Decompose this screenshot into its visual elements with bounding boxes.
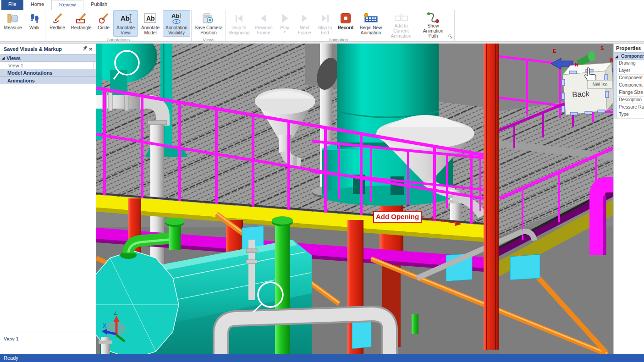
previous-frame-button[interactable]: Previous Frame	[252, 10, 275, 37]
cube-face-label: Back	[572, 89, 590, 99]
property-row[interactable]: Drawing	[614, 60, 644, 67]
model-annotations-label: Model Annotations	[7, 70, 53, 76]
skip-to-beginning-button[interactable]: Skip to Beginning	[227, 10, 252, 37]
animations-section-header[interactable]: Animations	[0, 77, 96, 84]
red-column-right	[484, 44, 499, 350]
property-row[interactable]: Description	[614, 97, 644, 104]
play-dropdown-arrow[interactable]: ▾	[284, 30, 286, 34]
play-label: Play	[280, 25, 289, 30]
view1-list-item[interactable]: View 1	[0, 62, 96, 69]
walk-button[interactable]: Walk	[25, 10, 44, 37]
save-camera-icon	[202, 11, 215, 25]
annotate-model-button[interactable]: Ab Annotate Model	[138, 10, 163, 37]
tab-home[interactable]: Home	[23, 0, 51, 10]
ribbon-group-animation-label: Animation	[227, 37, 450, 43]
ribbon-group-annotations: Redline Rectangle Circle Ab	[45, 10, 192, 41]
axis-x-label: X	[103, 323, 106, 329]
views-section-header[interactable]: ◢ Views	[0, 54, 96, 62]
save-camera-position-button[interactable]: Save Camera Position	[193, 10, 225, 37]
axis-z-label: Z	[114, 310, 117, 316]
show-animation-path-button[interactable]: Show Animation Path	[417, 10, 450, 37]
annotate-view-button[interactable]: Ab Annotate View	[113, 10, 138, 37]
record-icon	[341, 11, 351, 25]
add-to-current-animation-button[interactable]: Add to Current Animation	[385, 10, 417, 37]
measure-icon	[7, 11, 19, 25]
save-camera-label: Save Camera Position	[194, 25, 223, 35]
previous-frame-label: Previous Frame	[253, 25, 274, 35]
redline-label: Redline	[50, 25, 65, 30]
play-icon	[280, 11, 290, 25]
annotation-visibility-icon: Ab	[170, 11, 183, 25]
ribbon-group-views-label: Views	[193, 37, 225, 43]
tab-file[interactable]: File	[1, 0, 23, 10]
measure-button[interactable]: Measure	[1, 10, 25, 37]
play-button[interactable]: Play ▾	[275, 10, 294, 37]
saved-visuals-title: Saved Visuals & Markup	[4, 46, 62, 52]
property-row[interactable]: Component	[614, 82, 644, 89]
close-panel-icon[interactable]: ✕	[88, 47, 94, 52]
properties-expanded-triangle-icon: ◢	[615, 55, 618, 59]
annotate-model-icon: Ab	[143, 11, 157, 25]
property-row[interactable]: Pressure Rat	[614, 104, 644, 111]
application-window: File Home Review Publish Measure Walk	[0, 0, 644, 362]
status-bar: Ready	[0, 354, 644, 362]
ribbon-group-annotations-label: Annotations	[46, 37, 190, 43]
pin-icon[interactable]	[83, 46, 88, 52]
circle-button[interactable]: Circle	[94, 10, 113, 37]
skip-to-beginning-icon	[234, 11, 244, 25]
animation-dialog-launcher-icon[interactable]	[448, 33, 453, 41]
walk-label: Walk	[29, 25, 39, 30]
begin-new-animation-icon	[363, 11, 378, 25]
tab-publish[interactable]: Publish	[83, 0, 115, 10]
annotation-visibility-label: Annotation Visibility	[165, 25, 188, 35]
properties-group-component[interactable]: ◢ Component	[614, 52, 644, 60]
begin-new-animation-label: Begin New Animation	[358, 25, 384, 35]
property-row[interactable]: Flange Size	[614, 89, 644, 97]
ribbon-group-views: Save Camera Position Views	[192, 10, 226, 41]
skip-to-end-button[interactable]: Skip to End	[315, 10, 335, 37]
next-frame-button[interactable]: Next Frame	[294, 10, 315, 37]
ribbon-tab-bar: File Home Review Publish	[0, 0, 644, 11]
record-button[interactable]: Record	[335, 10, 356, 37]
current-view-label: View 1	[4, 336, 19, 341]
ribbon-group-animation: Skip to Beginning Previous Frame Play ▾	[226, 10, 455, 41]
svg-text:Ab: Ab	[121, 14, 130, 22]
measure-label: Measure	[4, 25, 22, 30]
skip-to-beginning-label: Skip to Beginning	[229, 25, 250, 35]
annotation-visibility-button[interactable]: Ab Annotation Visibility	[163, 10, 190, 37]
property-row[interactable]: Type	[614, 111, 644, 119]
cube-tooltip: NW Iso	[588, 80, 612, 88]
compass-south-label[interactable]: S	[600, 45, 604, 51]
compass-north-label[interactable]: N	[575, 62, 578, 67]
status-text: Ready	[4, 355, 18, 361]
view1-label: View 1	[8, 63, 23, 68]
view1-rename-field[interactable]	[52, 62, 94, 69]
add-to-current-animation-icon	[394, 11, 408, 23]
ribbon-group-tools: Measure Walk	[0, 10, 45, 41]
properties-group-label: Component	[621, 54, 644, 59]
record-label: Record	[338, 25, 353, 30]
property-row[interactable]: Layer	[614, 67, 644, 75]
saved-visuals-panel: Saved Visuals & Markup ✕ ◢ Views View 1 …	[0, 44, 96, 354]
circle-label: Circle	[98, 25, 110, 30]
begin-new-animation-button[interactable]: Begin New Animation	[356, 10, 385, 37]
compass-east-label[interactable]: E	[553, 48, 556, 54]
annotate-view-label: Annotate View	[115, 25, 136, 35]
annotate-view-icon: Ab	[119, 11, 132, 25]
redline-button[interactable]: Redline	[46, 10, 68, 37]
rectangle-icon	[75, 11, 87, 25]
rectangle-button[interactable]: Rectangle	[68, 10, 94, 37]
redline-icon	[51, 11, 63, 25]
compass-west-label[interactable]: W	[610, 57, 613, 63]
rectangle-label: Rectangle	[71, 25, 91, 30]
model-annotations-section-header[interactable]: Model Annotations	[0, 69, 96, 77]
skip-to-end-icon	[320, 11, 330, 25]
views-section-label: Views	[6, 55, 21, 61]
cube-tooltip-label: NW Iso	[593, 82, 608, 87]
3d-viewport[interactable]: Add Opening Back E S W N	[96, 44, 613, 354]
tab-review[interactable]: Review	[51, 0, 83, 10]
property-row[interactable]: Component	[614, 75, 644, 82]
svg-text:Ab: Ab	[146, 15, 155, 22]
skip-to-end-label: Skip to End	[317, 25, 333, 35]
show-animation-path-icon	[427, 11, 440, 23]
